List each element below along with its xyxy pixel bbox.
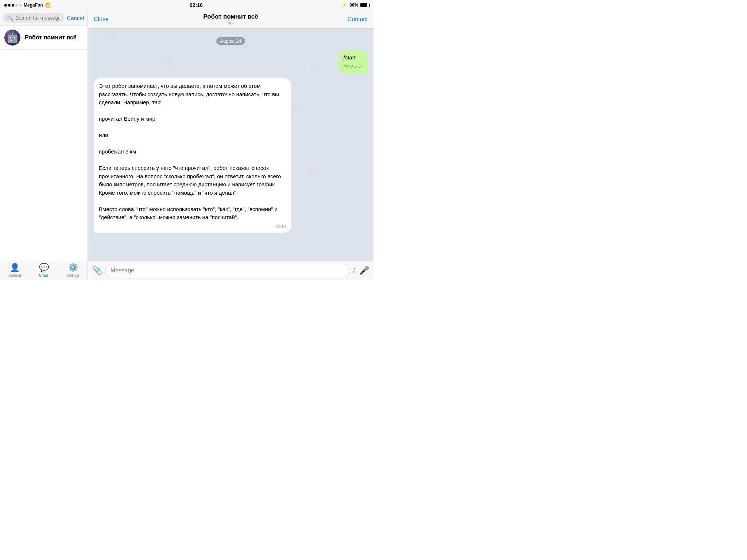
contacts-label: Contacts [7, 273, 22, 277]
chat-list-item[interactable]: Робот помнит всё [0, 26, 88, 50]
avatar [4, 30, 20, 46]
main-content: 🔍 Cancel Робот помнит всё 👤 Contacts 💬 [0, 10, 374, 280]
slash-icon: / [353, 267, 355, 275]
status-right: ⚡ 80% [342, 3, 369, 8]
message-input[interactable] [105, 264, 350, 277]
signal-dots [4, 4, 22, 7]
mic-button[interactable]: 🎤 [359, 266, 369, 275]
messages-area: August 24 /start 02:16 ✓✓ Этот робот зап… [88, 29, 374, 261]
message-meta: 02:16 ✓✓ [343, 63, 363, 71]
status-bar: MegaFon 📶 02:16 ⚡ 80% [0, 0, 374, 10]
bluetooth-icon: ⚡ [342, 3, 347, 8]
chat-name: Робот помнит всё [25, 34, 77, 41]
read-ticks: ✓✓ [355, 63, 363, 71]
message-time: 02:16 [276, 223, 286, 229]
tab-chats[interactable]: 💬 Chats [29, 260, 58, 280]
message-input-bar: 📎 / 🎤 [88, 261, 374, 280]
time-label: 02:16 [190, 2, 203, 8]
message-text: Этот робот запоминает, что вы делаете, а… [99, 83, 281, 220]
message-row: /start 02:16 ✓✓ [94, 50, 368, 74]
message-bubble-incoming: Этот робот запоминает, что вы делаете, а… [94, 78, 291, 233]
search-input-wrap[interactable]: 🔍 [4, 13, 64, 23]
tab-bar: 👤 Contacts 💬 Chats ⚙️ Settings [0, 260, 88, 280]
battery-percent: 80% [349, 3, 358, 8]
message-time: 02:16 [343, 64, 353, 70]
chat-list: Робот помнит всё [0, 26, 88, 260]
chat-header: Close Робот помнит всё bot Contact [88, 10, 374, 29]
date-label: August 24 [216, 37, 245, 45]
search-icon: 🔍 [7, 15, 13, 21]
left-panel: 🔍 Cancel Робот помнит всё 👤 Contacts 💬 [0, 10, 88, 280]
message-text: /start [343, 54, 355, 61]
status-left: MegaFon 📶 [4, 3, 51, 8]
chat-header-center: Робот помнит всё bot [116, 13, 346, 26]
search-bar: 🔍 Cancel [0, 10, 88, 26]
chats-icon: 💬 [39, 263, 49, 272]
avatar-image [4, 30, 20, 46]
battery-indicator [360, 3, 369, 7]
settings-label: Settings [66, 273, 80, 277]
chats-label: Chats [39, 273, 49, 277]
wifi-icon: 📶 [45, 3, 51, 8]
message-bubble-outgoing: /start 02:16 ✓✓ [338, 50, 368, 74]
cancel-button[interactable]: Cancel [67, 15, 84, 21]
tab-settings[interactable]: ⚙️ Settings [58, 260, 88, 280]
date-badge: August 24 [94, 38, 368, 44]
message-meta: 02:16 [99, 223, 286, 229]
settings-icon: ⚙️ [68, 263, 78, 272]
search-input[interactable] [15, 15, 60, 21]
tab-contacts[interactable]: 👤 Contacts [0, 260, 29, 280]
chat-title: Робот помнит всё [116, 13, 346, 20]
chat-subtitle: bot [116, 20, 346, 26]
contacts-icon: 👤 [10, 263, 20, 272]
attach-button[interactable]: 📎 [92, 266, 102, 275]
carrier-label: MegaFon [24, 3, 43, 8]
close-button[interactable]: Close [94, 16, 116, 23]
message-row: Этот робот запоминает, что вы делаете, а… [94, 78, 368, 233]
contact-button[interactable]: Contact [346, 16, 368, 23]
right-panel: ✈ 🌿 ⚽ 🎵 🌙 ⭐ 🎨 🌺 🔑 🌍 🎭 🎪 Close Робот помн… [88, 10, 374, 280]
